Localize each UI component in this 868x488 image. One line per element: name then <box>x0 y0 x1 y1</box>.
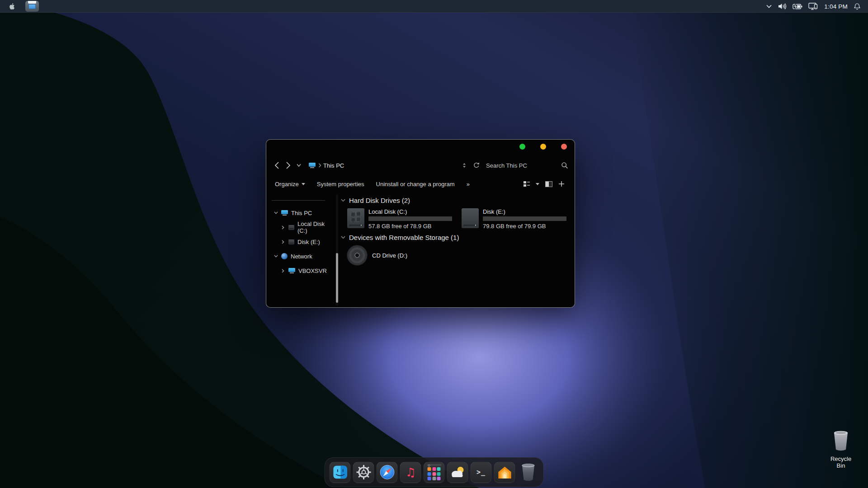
maximize-button[interactable] <box>519 144 525 150</box>
volume-icon[interactable] <box>778 3 787 9</box>
group-header-removable[interactable]: Devices with Removable Storage (1) <box>341 234 459 241</box>
close-button[interactable] <box>561 144 567 150</box>
sidebar-item-disk-e[interactable]: Disk (E:) <box>271 235 327 249</box>
change-view-icon[interactable] <box>524 181 530 187</box>
view-controls <box>524 178 565 190</box>
group-collapse-icon[interactable] <box>341 236 345 239</box>
explorer-content: This PC Local Disk (C:) Disk (E:) <box>266 194 575 307</box>
refresh-icon[interactable] <box>472 162 480 169</box>
disk-icon <box>288 225 294 230</box>
monitor-icon <box>288 268 295 273</box>
navigation-pane: This PC Local Disk (C:) Disk (E:) <box>271 194 327 307</box>
apple-menu-icon[interactable] <box>8 2 16 10</box>
file-explorer-taskbar-icon[interactable] <box>25 1 39 12</box>
uninstall-program-button[interactable]: Uninstall or change a program <box>376 181 455 188</box>
dock-safari-icon[interactable] <box>377 462 398 483</box>
sidebar-item-this-pc[interactable]: This PC <box>271 206 327 220</box>
chevron-expanded-icon[interactable] <box>274 254 278 258</box>
recycle-bin[interactable]: Recycle Bin <box>827 429 854 469</box>
clock[interactable]: 1:04 PM <box>824 3 848 10</box>
group-collapse-icon[interactable] <box>341 199 345 202</box>
network-globe-icon <box>281 253 288 259</box>
search-input[interactable] <box>486 162 555 169</box>
drive-cd-d[interactable]: CD Drive (D:) <box>347 245 407 265</box>
drive-name: Disk (E:) <box>483 208 566 215</box>
file-explorer-window: This PC Organize System properties Unins… <box>266 139 575 308</box>
music-note-glyph: ♫ <box>405 466 415 478</box>
sidebar-item-local-disk-c[interactable]: Local Disk (C:) <box>271 220 327 235</box>
dock-terminal-icon[interactable]: >_ <box>471 462 492 483</box>
windows-logo <box>351 211 361 222</box>
search-icon[interactable] <box>561 162 568 169</box>
recycle-bin-label: Recycle Bin <box>827 455 854 469</box>
breadcrumb-location[interactable]: This PC <box>323 162 344 169</box>
dock-launchpad-icon[interactable] <box>424 462 445 483</box>
address-stepper-icon[interactable] <box>462 163 466 168</box>
hard-drive-icon <box>347 208 364 228</box>
system-tray: 1:04 PM <box>766 0 861 13</box>
expand-ribbon-icon[interactable] <box>558 181 565 187</box>
items-view: Hard Disk Drives (2) Local Disk (C:) 57.… <box>337 194 571 307</box>
minimize-button[interactable] <box>540 144 546 150</box>
drive-name: Local Disk (C:) <box>368 208 452 215</box>
dock-weather-icon[interactable] <box>447 462 468 483</box>
back-button[interactable] <box>272 160 283 171</box>
chevron-collapsed-icon[interactable] <box>281 225 285 230</box>
view-chevron-icon[interactable] <box>536 183 539 185</box>
cd-disc-icon <box>347 245 367 265</box>
sidebar-item-network[interactable]: Network <box>271 249 327 263</box>
sidebar-item-label: Disk (E:) <box>297 239 320 245</box>
chevron-expanded-icon[interactable] <box>274 211 278 215</box>
dock-home-icon[interactable] <box>494 462 515 483</box>
recent-locations-chevron-icon[interactable] <box>293 160 304 171</box>
sidebar-item-vboxsvr[interactable]: VBOXSVR <box>271 263 327 278</box>
system-properties-button[interactable]: System properties <box>317 181 364 188</box>
capacity-bar <box>368 216 452 221</box>
pane-divider <box>272 200 325 201</box>
chevron-down-icon <box>302 183 305 185</box>
launchpad-search <box>427 464 441 466</box>
toolbar-more-button[interactable]: » <box>467 181 470 188</box>
drive-detail: 57.8 GB free of 78.9 GB <box>368 223 452 230</box>
explorer-folder-icon <box>28 4 36 9</box>
sidebar-item-label: This PC <box>291 210 312 216</box>
battery-icon[interactable] <box>793 4 802 9</box>
dock-finder-icon[interactable] <box>330 462 351 483</box>
group-header-hard-disks[interactable]: Hard Disk Drives (2) <box>341 197 410 204</box>
launchpad-grid <box>428 467 441 480</box>
explorer-sheet <box>28 1 36 4</box>
tray-chevron-down-icon[interactable] <box>766 4 772 9</box>
monitor-icon <box>281 210 288 216</box>
display-icon[interactable] <box>808 3 818 10</box>
chevron-collapsed-icon[interactable] <box>281 239 285 244</box>
disk-icon <box>288 239 294 244</box>
address-bar-right <box>462 158 568 173</box>
this-pc-icon <box>309 163 316 168</box>
forward-button[interactable] <box>283 160 293 171</box>
organize-button[interactable]: Organize <box>275 181 305 188</box>
drive-detail: 79.8 GB free of 79.9 GB <box>483 223 566 230</box>
drive-local-disk-c[interactable]: Local Disk (C:) 57.8 GB free of 78.9 GB <box>347 208 462 230</box>
breadcrumb-chevron-icon <box>318 161 321 169</box>
dock-music-icon[interactable]: ♫ <box>400 462 421 483</box>
bell-icon[interactable] <box>854 3 861 10</box>
sidebar-item-label: Network <box>291 253 312 260</box>
capacity-bar <box>483 216 566 221</box>
dock: ♫ >_ <box>325 457 544 487</box>
recycle-bin-icon <box>830 429 851 452</box>
sidebar-item-label: VBOXSVR <box>298 267 327 274</box>
menu-bar: 1:04 PM <box>0 0 868 13</box>
drive-name: CD Drive (D:) <box>372 252 407 259</box>
terminal-prompt-glyph: >_ <box>476 468 486 476</box>
hard-drive-icon <box>462 208 479 228</box>
dock-system-preferences-icon[interactable] <box>353 462 374 483</box>
chevron-collapsed-icon[interactable] <box>281 268 285 273</box>
sidebar-item-label: Local Disk (C:) <box>297 221 327 234</box>
preview-pane-icon[interactable] <box>545 181 552 187</box>
dock-trash-icon[interactable] <box>518 462 539 483</box>
drive-disk-e[interactable]: Disk (E:) 79.8 GB free of 79.9 GB <box>462 208 576 230</box>
